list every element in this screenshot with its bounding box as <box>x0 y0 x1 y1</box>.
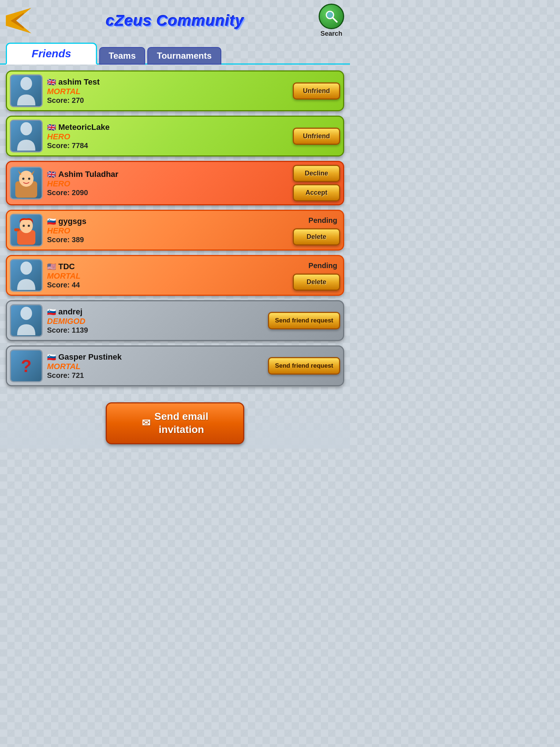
friend-name-3: Ashim Tuladhar <box>58 170 118 179</box>
friend-name-row-6: 🇸🇮 andrej <box>47 307 264 317</box>
friend-score-3: Score: 2090 <box>47 189 288 197</box>
svg-point-9 <box>20 218 33 233</box>
tab-friends[interactable]: Friends <box>6 43 97 65</box>
avatar-5 <box>10 259 43 292</box>
friend-score-5: Score: 44 <box>47 281 288 289</box>
friend-card-7: ? 🇸🇮 Gasper Pustinek MORTAL Score: 721 S… <box>6 345 344 386</box>
svg-point-7 <box>28 178 30 180</box>
friend-info-2: 🇬🇧 MeteoricLake HERO Score: 7784 <box>47 123 288 150</box>
tabs-container: Friends Teams Tournaments <box>0 43 350 65</box>
send-email-label: Send emailinvitation <box>155 410 209 437</box>
svg-point-14 <box>20 307 32 320</box>
send-friend-request-button-7[interactable]: Send friend request <box>268 357 340 375</box>
email-icon: ✉ <box>142 417 150 430</box>
friend-card-3: 🇬🇧 Ashim Tuladhar HERO Score: 2090 Decli… <box>6 161 344 205</box>
friend-info-1: 🇬🇧 ashim Test MORTAL Score: 270 <box>47 77 288 105</box>
friend-rank-6: DEMIGOD <box>47 317 264 326</box>
friend-name-row-4: 🇸🇮 gygsgs <box>47 217 288 226</box>
friend-name-row-1: 🇬🇧 ashim Test <box>47 77 288 87</box>
delete-button-4[interactable]: Delete <box>293 228 340 245</box>
accept-button-3[interactable]: Accept <box>293 184 340 201</box>
flag-6: 🇸🇮 <box>47 307 56 316</box>
friend-rank-3: HERO <box>47 179 288 189</box>
friend-rank-4: HERO <box>47 226 288 236</box>
friend-score-2: Score: 7784 <box>47 142 288 150</box>
avatar-6 <box>10 304 43 337</box>
btn-area-5: Pending Delete <box>293 260 340 291</box>
send-friend-request-button-6[interactable]: Send friend request <box>268 312 340 329</box>
svg-line-1 <box>332 18 337 22</box>
flag-2: 🇬🇧 <box>47 123 56 132</box>
svg-point-5 <box>19 171 34 187</box>
search-icon <box>319 4 344 29</box>
avatar-3 <box>10 167 43 200</box>
pending-label-5: Pending <box>306 260 340 271</box>
friend-score-6: Score: 1139 <box>47 326 264 334</box>
svg-point-2 <box>20 77 32 90</box>
question-mark: ? <box>21 356 31 376</box>
friend-score-4: Score: 389 <box>47 236 288 244</box>
friend-card-1: 🇬🇧 ashim Test MORTAL Score: 270 Unfriend <box>6 70 344 111</box>
avatar-2 <box>10 120 43 152</box>
friend-name-row-5: 🇺🇸 TDC <box>47 262 288 271</box>
svg-point-13 <box>20 262 32 275</box>
svg-point-10 <box>23 225 25 227</box>
friend-score-1: Score: 270 <box>47 96 288 105</box>
friend-name-5: TDC <box>58 262 75 271</box>
avatar-1 <box>10 74 43 107</box>
friend-card-4: 🇸🇮 gygsgs HERO Score: 389 Pending Delete <box>6 210 344 251</box>
friend-info-4: 🇸🇮 gygsgs HERO Score: 389 <box>47 217 288 244</box>
svg-point-3 <box>20 122 32 135</box>
send-email-button[interactable]: ✉ Send emailinvitation <box>106 402 244 444</box>
header-title: cZeus Community <box>106 12 244 30</box>
friend-rank-1: MORTAL <box>47 87 288 96</box>
btn-area-2: Unfriend <box>293 128 340 145</box>
unfriend-button-2[interactable]: Unfriend <box>293 128 340 145</box>
avatar-4 <box>10 214 43 247</box>
svg-point-6 <box>22 178 24 180</box>
btn-area-3: Decline Accept <box>293 165 340 201</box>
friend-name-1: ashim Test <box>58 77 100 87</box>
svg-point-11 <box>28 225 30 227</box>
btn-area-4: Pending Delete <box>293 215 340 245</box>
flag-5: 🇺🇸 <box>47 262 56 271</box>
flag-3: 🇬🇧 <box>47 170 56 179</box>
delete-button-5[interactable]: Delete <box>293 274 340 291</box>
header: cZeus Community Search <box>0 0 350 41</box>
svg-rect-12 <box>14 228 20 231</box>
friend-score-7: Score: 721 <box>47 371 264 380</box>
friend-name-4: gygsgs <box>58 217 86 226</box>
btn-area-7: Send friend request <box>268 357 340 375</box>
friend-name-row-2: 🇬🇧 MeteoricLake <box>47 123 288 132</box>
flag-7: 🇸🇮 <box>47 353 56 361</box>
friend-card-2: 🇬🇧 MeteoricLake HERO Score: 7784 Unfrien… <box>6 116 344 156</box>
tab-teams[interactable]: Teams <box>99 47 145 65</box>
friend-name-2: MeteoricLake <box>58 123 110 132</box>
pending-label-4: Pending <box>306 215 340 226</box>
main-screen: cZeus Community Search Friends Teams Tou… <box>0 0 350 467</box>
flag-4: 🇸🇮 <box>47 217 56 226</box>
search-button[interactable]: Search <box>319 4 344 38</box>
flag-1: 🇬🇧 <box>47 78 56 86</box>
friend-name-row-3: 🇬🇧 Ashim Tuladhar <box>47 170 288 179</box>
unfriend-button-1[interactable]: Unfriend <box>293 82 340 100</box>
bottom-bar: ✉ Send emailinvitation <box>0 398 350 449</box>
search-label: Search <box>320 30 342 38</box>
tab-tournaments[interactable]: Tournaments <box>147 47 221 65</box>
friend-rank-5: MORTAL <box>47 271 288 281</box>
decline-button-3[interactable]: Decline <box>293 165 340 182</box>
friend-card-6: 🇸🇮 andrej DEMIGOD Score: 1139 Send frien… <box>6 300 344 341</box>
friend-card-5: 🇺🇸 TDC MORTAL Score: 44 Pending Delete <box>6 255 344 296</box>
avatar-7: ? <box>10 349 43 382</box>
friend-rank-2: HERO <box>47 132 288 142</box>
btn-area-1: Unfriend <box>293 82 340 100</box>
friend-rank-7: MORTAL <box>47 362 264 371</box>
friend-name-row-7: 🇸🇮 Gasper Pustinek <box>47 352 264 362</box>
friends-list: 🇬🇧 ashim Test MORTAL Score: 270 Unfriend… <box>0 65 350 392</box>
friend-info-7: 🇸🇮 Gasper Pustinek MORTAL Score: 721 <box>47 352 264 380</box>
friend-info-3: 🇬🇧 Ashim Tuladhar HERO Score: 2090 <box>47 170 288 197</box>
back-button[interactable] <box>6 8 31 34</box>
friend-name-6: andrej <box>58 307 82 317</box>
friend-name-7: Gasper Pustinek <box>58 352 122 362</box>
friend-info-5: 🇺🇸 TDC MORTAL Score: 44 <box>47 262 288 289</box>
